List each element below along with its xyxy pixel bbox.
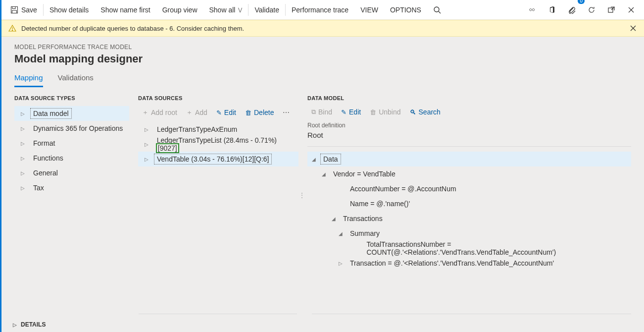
tab-validations[interactable]: Validations: [58, 71, 94, 87]
svg-point-3: [434, 7, 439, 12]
refresh-button[interactable]: [582, 0, 601, 20]
save-button[interactable]: Save: [4, 0, 43, 20]
edit-button[interactable]: ✎Edit: [337, 106, 365, 118]
main-content: DATA SOURCE TYPES ▷ Data model ▷ Dynamic…: [1, 87, 644, 326]
right-header: DATA MODEL: [307, 95, 631, 101]
show-name-first-button[interactable]: Show name first: [95, 0, 156, 20]
performance-trace-button[interactable]: Performance trace: [286, 0, 354, 20]
command-bar: Save Show details Show name first Group …: [1, 0, 644, 20]
caret-down-icon: ◢: [331, 216, 336, 221]
tree-item-general[interactable]: ▷ General: [14, 166, 129, 180]
popout-icon: [607, 6, 615, 14]
caret-right-icon: ▷: [20, 111, 25, 116]
caret-right-icon: ▷: [20, 185, 25, 191]
page-title: Model mapping designer: [14, 53, 631, 65]
data-model-tree: ◢ Data ◢ Vendor = VendTable AccountNumbe…: [307, 152, 631, 271]
tree-item-data-model[interactable]: ▷ Data model: [14, 106, 129, 121]
svg-rect-2: [12, 10, 17, 13]
pencil-icon: ✎: [216, 109, 222, 116]
plus-icon: ＋: [142, 108, 149, 117]
office-icon-button[interactable]: [542, 0, 562, 20]
unbind-button: 🗑Unbind: [366, 106, 404, 118]
caret-right-icon: ▷: [338, 261, 343, 266]
caret-right-icon: ▷: [144, 157, 149, 162]
validate-button[interactable]: Validate: [248, 0, 285, 20]
trash-icon: 🗑: [245, 109, 251, 116]
dm-item-data[interactable]: ◢ Data: [307, 152, 631, 166]
refresh-icon: [588, 6, 595, 14]
options-button[interactable]: OPTIONS: [384, 0, 427, 20]
dm-item-transaction[interactable]: ▷ Transaction = @.'<Relations'.'VendTran…: [307, 256, 631, 271]
add-button: ＋Add: [182, 106, 211, 119]
caret-right-icon: ▷: [20, 126, 25, 131]
caret-down-icon: ◢: [338, 231, 343, 236]
warning-icon: [8, 24, 16, 32]
column-resize-handle[interactable]: ⋮: [298, 194, 302, 197]
add-root-button: ＋Add root: [138, 106, 181, 119]
close-icon: [627, 6, 635, 14]
popout-button[interactable]: [601, 0, 621, 20]
link-icon-button[interactable]: [522, 0, 542, 20]
caret-right-icon: ▷: [20, 170, 25, 176]
pencil-icon: ✎: [341, 109, 347, 116]
search-button[interactable]: [427, 0, 447, 20]
delete-button[interactable]: 🗑Delete: [241, 107, 278, 118]
tree-item-tax[interactable]: ▷ Tax: [14, 180, 129, 195]
more-button[interactable]: ⋯: [279, 107, 294, 118]
caret-down-icon: ◢: [311, 157, 316, 162]
svg-line-4: [439, 11, 441, 13]
breadcrumb: MODEL PERFORMANCE TRACE MODEL: [14, 44, 631, 51]
view-button[interactable]: VIEW: [354, 0, 384, 20]
data-model-panel: DATA MODEL ⧉Bind ✎Edit 🗑Unbind 🔍︎Search …: [307, 95, 631, 326]
paperclip-icon: [568, 6, 576, 14]
tree-item-d365[interactable]: ▷ Dynamics 365 for Operations: [14, 121, 129, 136]
dm-item-name[interactable]: Name = @.'name()': [307, 196, 631, 211]
search-icon: 🔍︎: [410, 109, 416, 116]
plus-icon: ＋: [186, 108, 193, 117]
mid-header: DATA SOURCES: [138, 95, 298, 101]
save-label: Save: [21, 6, 37, 14]
svg-point-9: [12, 30, 12, 30]
search-button[interactable]: 🔍︎Search: [406, 106, 445, 118]
page-header: MODEL PERFORMANCE TRACE MODEL Model mapp…: [1, 37, 644, 68]
link-icon: ⧉: [311, 108, 316, 116]
office-icon: [548, 6, 556, 14]
tree-item-format[interactable]: ▷ Format: [14, 136, 129, 151]
data-source-types-panel: DATA SOURCE TYPES ▷ Data model ▷ Dynamic…: [14, 95, 129, 326]
tab-mapping[interactable]: Mapping: [14, 71, 43, 87]
dm-item-transactions[interactable]: ◢ Transactions: [307, 211, 631, 226]
divider: [139, 314, 297, 314]
caret-down-icon: ◢: [321, 171, 326, 177]
details-expander[interactable]: ▷ DETAILS: [13, 321, 46, 328]
edit-button[interactable]: ✎Edit: [212, 107, 240, 118]
warning-close-button[interactable]: [629, 24, 637, 32]
group-view-button[interactable]: Group view: [156, 0, 203, 20]
tabs: Mapping Validations: [1, 68, 644, 87]
caret-right-icon: ▷: [144, 127, 149, 132]
caret-right-icon: ▷: [144, 142, 149, 147]
root-definition-value[interactable]: Root: [307, 129, 631, 147]
bind-button: ⧉Bind: [307, 106, 336, 118]
tree-item-functions[interactable]: ▷ Functions: [14, 151, 129, 166]
ds-item-vendtable[interactable]: ▷ VendTable (3.04s - 76.16%)[12][Q:6]: [138, 152, 298, 166]
caret-right-icon: ▷: [20, 156, 25, 161]
caret-right-icon: ▷: [13, 322, 17, 328]
save-icon: [10, 6, 18, 14]
dm-item-accountnumber[interactable]: AccountNumber = @.AccountNum: [307, 181, 631, 196]
dm-item-vendor[interactable]: ◢ Vendor = VendTable: [307, 166, 631, 181]
svg-rect-1: [12, 6, 15, 8]
show-details-button[interactable]: Show details: [44, 0, 95, 20]
data-source-types-tree: ▷ Data model ▷ Dynamics 365 for Operatio…: [14, 106, 129, 195]
infinity-icon: [528, 6, 536, 14]
ds-item-ledgertranstypelist[interactable]: ▷ LedgerTransTypeList (28.4ms - 0.71%)[9…: [138, 137, 298, 152]
details-label: DETAILS: [21, 321, 46, 328]
divider: [312, 314, 631, 314]
data-sources-tree: ▷ LedgerTransTypeAxEnum ▷ LedgerTransTyp…: [138, 122, 298, 166]
dm-item-totaltransactions[interactable]: TotalTransactionsNumber = COUNT(@.'<Rela…: [307, 241, 631, 256]
close-button[interactable]: [621, 0, 641, 20]
left-header: DATA SOURCE TYPES: [14, 95, 129, 101]
show-all-dropdown[interactable]: Show all⋁: [203, 0, 248, 20]
attachments-button[interactable]: 0: [562, 0, 582, 20]
warning-text: Detected number of duplicate queries to …: [21, 25, 244, 32]
notification-badge: 0: [578, 0, 585, 4]
